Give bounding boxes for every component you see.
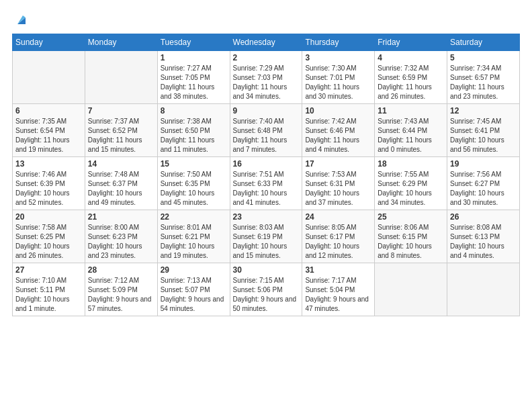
page: SundayMondayTuesdayWednesdayThursdayFrid…: [0, 0, 532, 411]
calendar-cell: 29Sunrise: 7:13 AMSunset: 5:07 PMDayligh…: [157, 263, 230, 316]
day-info: Sunrise: 7:42 AMSunset: 6:46 PMDaylight:…: [305, 117, 371, 154]
day-info: Sunrise: 7:37 AMSunset: 6:52 PMDaylight:…: [88, 117, 154, 154]
week-row-3: 13Sunrise: 7:46 AMSunset: 6:39 PMDayligh…: [13, 157, 520, 210]
day-number: 10: [305, 106, 371, 116]
day-info: Sunrise: 8:08 AMSunset: 6:13 PMDaylight:…: [450, 223, 517, 261]
day-number: 27: [15, 265, 82, 275]
day-number: 12: [450, 106, 517, 116]
day-number: 18: [378, 159, 444, 169]
day-number: 25: [378, 212, 444, 222]
calendar-cell: 26Sunrise: 8:08 AMSunset: 6:13 PMDayligh…: [447, 210, 520, 263]
day-info: Sunrise: 7:50 AMSunset: 6:35 PMDaylight:…: [161, 170, 227, 208]
day-info: Sunrise: 7:30 AMSunset: 7:01 PMDaylight:…: [305, 64, 371, 101]
week-row-5: 27Sunrise: 7:10 AMSunset: 5:11 PMDayligh…: [13, 263, 520, 316]
header: [12, 12, 520, 27]
calendar-cell: 1Sunrise: 7:27 AMSunset: 7:05 PMDaylight…: [157, 51, 230, 104]
day-number: 21: [88, 212, 154, 222]
day-info: Sunrise: 7:58 AMSunset: 6:25 PMDaylight:…: [15, 223, 82, 261]
day-info: Sunrise: 7:17 AMSunset: 5:04 PMDaylight:…: [305, 276, 371, 314]
day-number: 15: [161, 159, 227, 169]
day-number: 23: [233, 212, 300, 222]
calendar-cell: 28Sunrise: 7:12 AMSunset: 5:09 PMDayligh…: [85, 263, 157, 316]
calendar-cell: [447, 263, 520, 316]
day-number: 14: [88, 159, 154, 169]
calendar-cell: [85, 51, 157, 104]
day-number: 20: [15, 212, 82, 222]
day-info: Sunrise: 7:27 AMSunset: 7:05 PMDaylight:…: [161, 64, 227, 101]
day-info: Sunrise: 7:12 AMSunset: 5:09 PMDaylight:…: [88, 276, 154, 314]
day-info: Sunrise: 7:56 AMSunset: 6:27 PMDaylight:…: [450, 170, 517, 208]
day-number: 5: [450, 53, 517, 62]
weekday-header-thursday: Thursday: [302, 34, 375, 51]
calendar-cell: 31Sunrise: 7:17 AMSunset: 5:04 PMDayligh…: [302, 263, 375, 316]
logo-icon: [13, 12, 28, 27]
calendar-cell: 10Sunrise: 7:42 AMSunset: 6:46 PMDayligh…: [302, 104, 375, 157]
weekday-header-wednesday: Wednesday: [230, 34, 302, 51]
weekday-header-sunday: Sunday: [13, 34, 85, 51]
day-info: Sunrise: 8:06 AMSunset: 6:15 PMDaylight:…: [378, 223, 444, 261]
calendar-cell: 2Sunrise: 7:29 AMSunset: 7:03 PMDaylight…: [230, 51, 302, 104]
day-number: 31: [305, 265, 371, 275]
day-info: Sunrise: 7:13 AMSunset: 5:07 PMDaylight:…: [161, 276, 227, 314]
day-number: 28: [88, 265, 154, 275]
weekday-header-saturday: Saturday: [447, 34, 520, 51]
day-info: Sunrise: 8:01 AMSunset: 6:21 PMDaylight:…: [161, 223, 227, 261]
calendar-cell: 4Sunrise: 7:32 AMSunset: 6:59 PMDaylight…: [375, 51, 447, 104]
weekday-header-tuesday: Tuesday: [157, 34, 230, 51]
day-info: Sunrise: 7:48 AMSunset: 6:37 PMDaylight:…: [88, 170, 154, 208]
weekday-header-friday: Friday: [375, 34, 447, 51]
day-number: 4: [378, 53, 444, 62]
day-info: Sunrise: 7:15 AMSunset: 5:06 PMDaylight:…: [233, 276, 300, 314]
day-number: 13: [15, 159, 82, 169]
day-number: 16: [233, 159, 300, 169]
day-number: 26: [450, 212, 517, 222]
day-number: 7: [88, 106, 154, 116]
week-row-2: 6Sunrise: 7:35 AMSunset: 6:54 PMDaylight…: [13, 104, 520, 157]
calendar-cell: 8Sunrise: 7:38 AMSunset: 6:50 PMDaylight…: [157, 104, 230, 157]
weekday-header-monday: Monday: [85, 34, 157, 51]
day-info: Sunrise: 7:40 AMSunset: 6:48 PMDaylight:…: [233, 117, 300, 154]
day-number: 3: [305, 53, 371, 62]
day-number: 11: [378, 106, 444, 116]
day-number: 1: [161, 53, 227, 62]
day-info: Sunrise: 7:46 AMSunset: 6:39 PMDaylight:…: [15, 170, 82, 208]
calendar-cell: 21Sunrise: 8:00 AMSunset: 6:23 PMDayligh…: [85, 210, 157, 263]
calendar-cell: 5Sunrise: 7:34 AMSunset: 6:57 PMDaylight…: [447, 51, 520, 104]
day-number: 9: [233, 106, 300, 116]
day-number: 24: [305, 212, 371, 222]
day-info: Sunrise: 7:35 AMSunset: 6:54 PMDaylight:…: [15, 117, 82, 154]
day-info: Sunrise: 7:45 AMSunset: 6:41 PMDaylight:…: [450, 117, 517, 154]
day-info: Sunrise: 7:34 AMSunset: 6:57 PMDaylight:…: [450, 64, 517, 101]
day-info: Sunrise: 7:51 AMSunset: 6:33 PMDaylight:…: [233, 170, 300, 208]
day-number: 19: [450, 159, 517, 169]
logo: [12, 12, 28, 27]
calendar-cell: 24Sunrise: 8:05 AMSunset: 6:17 PMDayligh…: [302, 210, 375, 263]
calendar-cell: 23Sunrise: 8:03 AMSunset: 6:19 PMDayligh…: [230, 210, 302, 263]
week-row-1: 1Sunrise: 7:27 AMSunset: 7:05 PMDaylight…: [13, 51, 520, 104]
calendar-cell: 25Sunrise: 8:06 AMSunset: 6:15 PMDayligh…: [375, 210, 447, 263]
calendar-cell: 11Sunrise: 7:43 AMSunset: 6:44 PMDayligh…: [375, 104, 447, 157]
day-number: 6: [15, 106, 82, 116]
calendar-cell: 7Sunrise: 7:37 AMSunset: 6:52 PMDaylight…: [85, 104, 157, 157]
day-info: Sunrise: 7:32 AMSunset: 6:59 PMDaylight:…: [378, 64, 444, 101]
calendar-cell: [13, 51, 85, 104]
calendar-cell: 19Sunrise: 7:56 AMSunset: 6:27 PMDayligh…: [447, 157, 520, 210]
day-info: Sunrise: 7:10 AMSunset: 5:11 PMDaylight:…: [15, 276, 82, 314]
week-row-4: 20Sunrise: 7:58 AMSunset: 6:25 PMDayligh…: [13, 210, 520, 263]
day-info: Sunrise: 7:29 AMSunset: 7:03 PMDaylight:…: [233, 64, 300, 101]
day-info: Sunrise: 7:38 AMSunset: 6:50 PMDaylight:…: [161, 117, 227, 154]
day-info: Sunrise: 8:00 AMSunset: 6:23 PMDaylight:…: [88, 223, 154, 261]
weekday-header-row: SundayMondayTuesdayWednesdayThursdayFrid…: [13, 34, 520, 51]
day-number: 8: [161, 106, 227, 116]
day-info: Sunrise: 7:55 AMSunset: 6:29 PMDaylight:…: [378, 170, 444, 208]
calendar-cell: 12Sunrise: 7:45 AMSunset: 6:41 PMDayligh…: [447, 104, 520, 157]
calendar-cell: 14Sunrise: 7:48 AMSunset: 6:37 PMDayligh…: [85, 157, 157, 210]
calendar-cell: 3Sunrise: 7:30 AMSunset: 7:01 PMDaylight…: [302, 51, 375, 104]
calendar-cell: [375, 263, 447, 316]
calendar-cell: 30Sunrise: 7:15 AMSunset: 5:06 PMDayligh…: [230, 263, 302, 316]
day-number: 2: [233, 53, 300, 62]
day-info: Sunrise: 7:43 AMSunset: 6:44 PMDaylight:…: [378, 117, 444, 154]
calendar-cell: 9Sunrise: 7:40 AMSunset: 6:48 PMDaylight…: [230, 104, 302, 157]
day-number: 22: [161, 212, 227, 222]
calendar-cell: 27Sunrise: 7:10 AMSunset: 5:11 PMDayligh…: [13, 263, 85, 316]
